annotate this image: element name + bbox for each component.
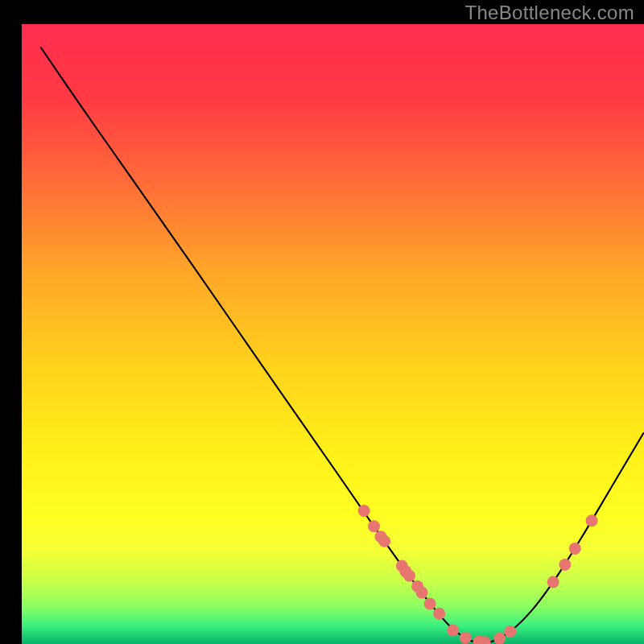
watermark-label: TheBottleneck.com bbox=[464, 2, 634, 24]
chart-canvas bbox=[0, 0, 644, 644]
chart-container: TheBottleneck.com bbox=[0, 0, 644, 644]
